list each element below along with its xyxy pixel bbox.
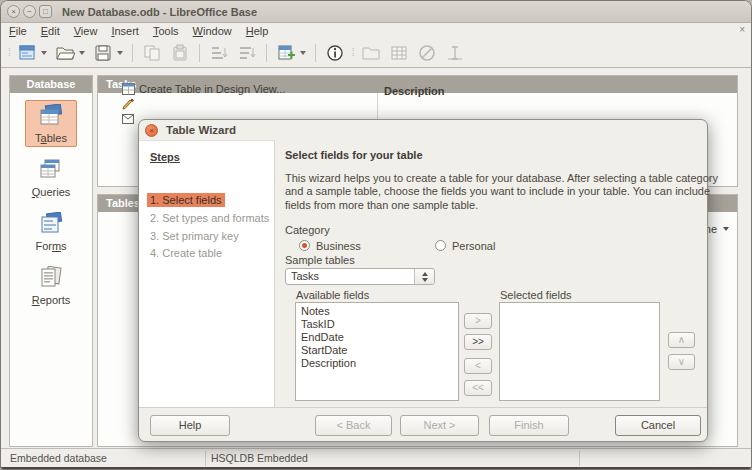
next-button[interactable]: Next > [400,415,479,436]
document-close-icon[interactable]: × [739,24,745,35]
list-item[interactable]: TaskID [301,318,458,331]
main-toolbar: ⁞ [1,38,751,68]
task-create-wizard[interactable] [122,98,139,110]
rename-object-icon[interactable] [442,41,468,65]
selected-fields-listbox[interactable] [499,302,660,401]
step-2-set-types: 2. Set types and formats [147,211,272,225]
move-one-left-button[interactable]: < [464,358,492,374]
sidebar-item-forms[interactable]: Forms [25,208,77,255]
status-bar: Embedded database HSQLDB Embedded [1,448,751,467]
task-create-view[interactable] [122,113,139,125]
menu-file[interactable]: File [9,25,27,37]
available-fields-listbox[interactable]: Notes TaskID EndDate StartDate Descripti… [295,302,459,401]
move-one-right-button[interactable]: > [464,313,492,329]
step-1-select-fields: 1. Select fields [147,193,225,207]
list-item[interactable]: Description [301,357,458,370]
list-item[interactable]: Notes [301,305,458,318]
wizard-pencil-icon [122,98,135,110]
sample-tables-label: Sample tables [285,254,355,266]
move-down-button[interactable]: ∨ [668,354,695,370]
design-table-icon [122,83,135,95]
steps-pane: Steps [139,140,275,407]
toolbar-grip[interactable]: ⁞ [8,47,10,58]
menu-help[interactable]: Help [246,25,269,37]
dialog-description: This wizard helps you to create a table … [285,172,721,212]
step-3-primary-key: 3. Set primary key [147,229,242,243]
dialog-button-separator [139,407,707,408]
sample-tables-select[interactable]: Tasks [285,268,435,285]
toolbar-separator [266,44,267,62]
reports-icon [38,266,64,288]
sidebar-item-queries[interactable]: Queries [25,154,77,201]
sidebar-item-label: Tables [28,132,74,144]
move-up-button[interactable]: ∧ [668,332,695,348]
save-icon[interactable] [90,41,126,65]
personal-radio[interactable] [435,240,446,251]
menu-bar: File Edit View Insert Tools Window Help … [1,23,751,38]
database-panel-header: Database [10,76,92,93]
personal-radio-label[interactable]: Personal [452,240,495,252]
new-table-design-icon[interactable] [273,41,309,65]
step-4-create-table: 4. Create table [147,246,225,260]
sample-tables-value: Tasks [291,270,319,282]
list-item[interactable]: EndDate [301,331,458,344]
dropdown-caret-icon[interactable] [117,51,123,55]
dialog-close-icon[interactable]: × [145,124,158,137]
task-create-design-view[interactable]: Create Table in Design View... [122,83,285,95]
steps-header: Steps [150,151,274,163]
cancel-button[interactable]: Cancel [615,415,701,436]
sort-descending-icon[interactable] [234,41,260,65]
menu-view[interactable]: View [74,25,98,37]
copy-icon[interactable] [139,41,165,65]
dialog-title: Table Wizard [166,124,236,136]
sidebar-item-label: Queries [28,186,74,198]
paste-icon[interactable] [167,41,193,65]
status-hsqldb: HSQLDB Embedded [211,452,308,464]
menu-tools[interactable]: Tools [153,25,179,37]
menu-window[interactable]: Window [193,25,232,37]
window-maximize-icon[interactable]: □ [39,5,52,18]
open-icon[interactable] [52,41,88,65]
dropdown-caret-icon[interactable] [300,51,306,55]
spinner-icon[interactable] [414,269,434,284]
menu-insert[interactable]: Insert [111,25,139,37]
toolbar-separator [199,44,200,62]
finish-button[interactable]: Finish [489,415,569,436]
open-object-icon[interactable] [358,41,384,65]
window-minimize-icon[interactable]: − [23,5,36,18]
dialog-heading: Select fields for your table [285,149,423,161]
new-form-icon[interactable] [14,41,50,65]
delete-object-icon[interactable] [414,41,440,65]
info-icon[interactable] [322,41,348,65]
business-radio-label[interactable]: Business [316,240,361,252]
list-item[interactable]: StartDate [301,344,458,357]
move-all-left-button[interactable]: << [464,380,492,396]
task-label: Create Table in Design View... [139,83,285,95]
back-button[interactable]: < Back [315,415,392,436]
sidebar-item-tables[interactable]: Tables [25,100,77,147]
toolbar-separator [315,44,316,62]
edit-object-icon[interactable] [386,41,412,65]
queries-icon [38,158,64,180]
sidebar-item-reports[interactable]: Reports [25,262,77,309]
menu-edit[interactable]: Edit [41,25,60,37]
toolbar-grip[interactable]: ⁞ [352,47,354,58]
status-divider [579,451,580,466]
dialog-title-bar: × Table Wizard [139,120,707,140]
sidebar-item-label: Forms [28,240,74,252]
business-radio[interactable] [299,240,310,251]
dropdown-caret-icon[interactable] [41,51,47,55]
dropdown-caret-icon[interactable] [79,51,85,55]
description-header: Description [384,85,445,97]
create-view-icon [122,113,135,125]
sidebar-item-label: Reports [28,294,74,306]
radio-dot-icon [302,243,307,248]
table-wizard-dialog: × Table Wizard Steps 1. Select fields 2.… [138,119,708,442]
window-close-icon[interactable]: × [7,5,20,18]
available-fields-label: Available fields [296,289,369,301]
category-label: Category [285,224,330,236]
help-button[interactable]: Help [150,415,230,436]
application-window: × − □ New Database.odb - LibreOffice Bas… [0,0,752,470]
sort-ascending-icon[interactable] [206,41,232,65]
move-all-right-button[interactable]: >> [464,334,492,350]
